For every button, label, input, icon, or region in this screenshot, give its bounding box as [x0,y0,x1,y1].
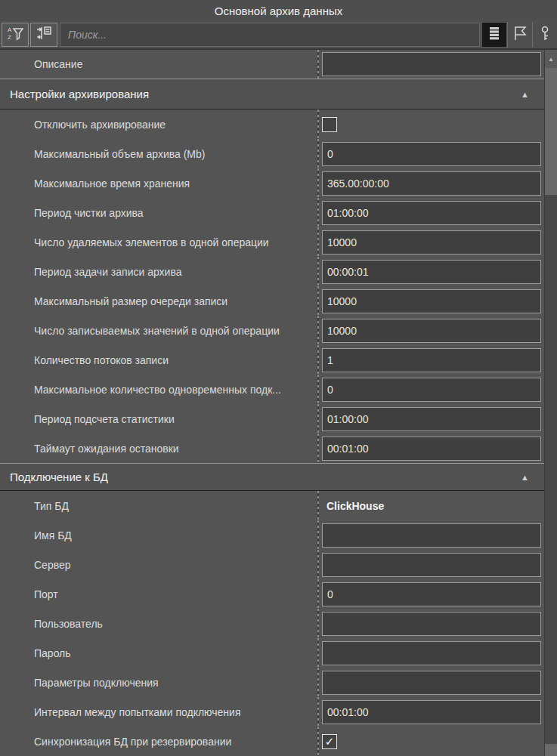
property-label: Максимальный размер очереди записи [0,295,317,307]
write-threads-count-field[interactable]: 1 [322,348,541,372]
property-label: Пароль [0,647,317,659]
property-value-cell: ClickHouse [319,500,544,512]
property-row-description: Описание [0,50,544,79]
flag-filter-button[interactable] [507,22,532,48]
property-label: Период чистки архива [0,207,317,219]
property-row: Синхронизация БД при резервировании ✓ [0,727,544,756]
property-value-cell: 01:00:00 [319,201,544,225]
property-value-cell [319,52,544,76]
property-value-cell: 01:00:00 [319,407,544,431]
property-row: Период чистки архива 01:00:00 [0,198,544,227]
archive-cleanup-period-field[interactable]: 01:00:00 [322,201,541,225]
view-rows-button[interactable] [481,22,507,48]
property-row: Пароль [0,638,544,668]
db-name-field[interactable] [322,523,541,548]
property-label: Число записываемых значений в одной опер… [0,325,317,337]
port-field[interactable]: 0 [322,582,541,606]
property-row: Таймаут ожидания остановки 00:01:00 [0,434,544,463]
property-row: Тип БД ClickHouse [0,491,544,520]
search-input[interactable] [60,29,479,41]
property-row: Сервер [0,550,544,579]
key-filter-button[interactable] [532,22,557,48]
group-by-category-button[interactable] [30,23,57,47]
property-value-cell: 365.00:00:00 [319,171,544,196]
sort-alphabetical-button[interactable]: A Z [2,23,29,47]
write-task-period-field[interactable]: 00:00:01 [322,260,541,284]
property-row: Пользователь [0,609,544,638]
property-value-cell: 1 [319,348,544,372]
property-row: Интервал между попытками подключения 00:… [0,697,544,727]
search-box [60,23,480,47]
property-row: Максимальный размер очереди записи 10000 [0,286,544,316]
scrollbar-up-button[interactable]: ▲ [545,50,557,68]
section-header-db-connection[interactable]: Подключение к БД ▲ [0,463,544,491]
scrollbar-down-button[interactable] [545,744,557,756]
svg-text:A: A [8,26,12,33]
property-row: Максимальное количество одновременных по… [0,375,544,404]
description-field[interactable] [322,52,541,76]
property-label: Период подсчета статистики [0,413,317,425]
property-row: Число удаляемых элементов в одной операц… [0,227,544,257]
group-by-category-icon [36,25,52,45]
section-title: Подключение к БД [10,471,108,483]
property-label: Интервал между попытками подключения [0,706,317,718]
statistics-period-field[interactable]: 01:00:00 [322,407,541,431]
sort-az-filter-icon: A Z [7,25,23,45]
property-row: Параметры подключения [0,668,544,697]
property-grid: Описание Настройки архивирования ▲ Отклю… [0,50,544,756]
property-value-cell: 0 [319,582,544,606]
property-label: Число удаляемых элементов в одной операц… [0,236,317,248]
property-label: Период задачи записи архива [0,266,317,278]
property-label: Имя БД [0,529,317,542]
property-value-cell [319,612,544,636]
checkbox-disable-archiving[interactable] [322,117,337,132]
property-label: Описание [0,58,317,70]
property-value-cell: 00:00:01 [319,260,544,284]
toolbar: A Z [0,21,557,50]
user-field[interactable] [322,612,541,636]
checkbox-db-sync-on-redundancy[interactable]: ✓ [322,734,337,749]
property-value-cell: 10000 [319,289,544,313]
deleted-items-per-op-field[interactable]: 10000 [322,230,541,255]
property-value-cell [319,641,544,665]
stop-timeout-field[interactable]: 00:01:00 [322,437,541,461]
property-label: Количество потоков записи [0,354,317,366]
property-row: Количество потоков записи 1 [0,345,544,375]
written-values-per-op-field[interactable]: 10000 [322,319,541,343]
reconnect-interval-field[interactable]: 00:01:00 [322,700,541,724]
flag-icon [512,25,528,45]
collapse-arrow-icon: ▲ [521,90,529,99]
property-value-cell [319,117,544,132]
property-value-cell: ✓ [319,734,544,749]
view-rows-icon [487,25,501,45]
server-field[interactable] [322,553,541,577]
panel-titlebar: Основной архив данных [0,0,557,21]
max-archive-size-field[interactable]: 0 [322,142,541,166]
scrollbar-thumb[interactable] [545,68,557,195]
property-label: Максимальное время хранения [0,177,317,190]
property-row: Отключить архивирование [0,110,544,139]
property-row: Максимальное время хранения 365.00:00:00 [0,168,544,198]
property-row: Число записываемых значений в одной опер… [0,316,544,345]
property-value-cell [319,553,544,577]
section-header-archiving-settings[interactable]: Настройки архивирования ▲ [0,79,544,110]
property-value-cell: 0 [319,378,544,402]
property-row: Порт 0 [0,579,544,609]
password-field[interactable] [322,641,541,665]
max-write-queue-field[interactable]: 10000 [322,289,541,313]
max-storage-time-field[interactable]: 365.00:00:00 [322,171,541,196]
property-value-cell: 10000 [319,230,544,255]
connection-params-field[interactable] [322,671,541,695]
properties-panel: Основной архив данных A Z [0,0,557,756]
property-label: Таймаут ожидания остановки [0,443,317,455]
property-row: Имя БД [0,520,544,550]
property-value-cell [319,523,544,548]
property-label: Синхронизация БД при резервировании [0,736,317,748]
property-label: Отключить архивирование [0,119,317,131]
property-label: Порт [0,588,317,600]
db-type-value[interactable]: ClickHouse [322,500,544,512]
properties-content: Описание Настройки архивирования ▲ Отклю… [0,50,557,756]
property-label: Максимальное количество одновременных по… [0,384,317,396]
max-simultaneous-connections-field[interactable]: 0 [322,378,541,402]
scrollbar-track[interactable] [545,195,557,744]
